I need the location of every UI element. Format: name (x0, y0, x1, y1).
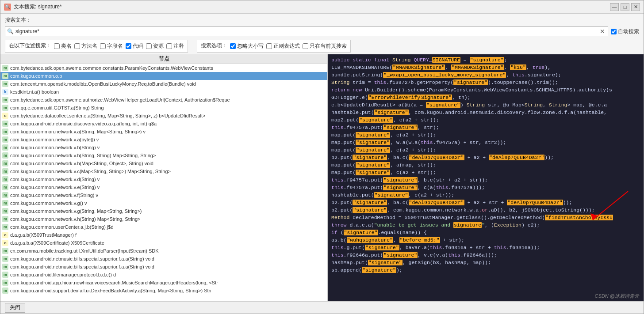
cb-field-label[interactable]: 字段名 (100, 42, 123, 50)
list-item[interactable]: m com.kugou.common.network.v.g(String, M… (0, 207, 327, 215)
search-input-wrap: 🔍 ✕ (5, 26, 608, 36)
cb-currentpage[interactable] (303, 43, 308, 49)
code-line: map.put("signature", c(a2 + str)); (328, 131, 644, 139)
item-icon: m (2, 176, 8, 182)
list-item[interactable]: m com.kugou.common.o.b (0, 72, 327, 80)
item-icon: m (2, 208, 8, 214)
list-item[interactable]: m com.bytedance.sdk.open.aweme.common.co… (0, 64, 327, 72)
item-text: com.kugou.common.network.v.a(byte[]) v (10, 137, 326, 142)
code-line: this.f94757a.put("signature", b.c(str + … (328, 176, 644, 184)
cb-resource[interactable] (146, 43, 152, 49)
search-input[interactable] (15, 28, 599, 34)
left-panel: 节点 m com.bytedance.sdk.open.aweme.common… (0, 54, 328, 301)
auto-search-checkbox[interactable] (611, 29, 617, 34)
list-item[interactable]: m com.kugou.common.network.v.a(byte[]) v (0, 136, 327, 144)
cb-field[interactable] (100, 43, 106, 49)
list-item[interactable]: k kcsdkint.ni.a() boolean (0, 88, 327, 96)
search-clear-button[interactable]: ✕ (599, 28, 606, 35)
item-icon: m (2, 144, 8, 151)
code-line: this.f94757a.put("signature", str); (328, 124, 644, 131)
list-item[interactable]: m com.kugou.android.filemanager.protocol… (0, 271, 327, 279)
cb-method-label[interactable]: 方法名 (74, 42, 97, 50)
list-item[interactable]: m com.tencent.mm.opensdk.modelbiz.OpenBu… (0, 80, 327, 88)
list-item[interactable]: m com.kugou.common.network.v.c(Map<Strin… (0, 167, 327, 175)
cb-method[interactable] (74, 43, 80, 49)
cb-code[interactable] (126, 43, 131, 49)
item-icon: m (2, 200, 8, 206)
window-title: 文本搜索: signature* (14, 3, 62, 11)
list-item[interactable]: c d.a.g.a.b(X509TrustManager) f (0, 231, 327, 239)
list-item[interactable]: m com.bytedance.sdk.open.aweme.authorize… (0, 96, 327, 104)
list-item[interactable]: m com.kugou.common.network.v.d(String) v (0, 175, 327, 183)
item-icon: k (2, 89, 8, 95)
right-panel: public static final String QUERY_SIGNATU… (328, 54, 644, 301)
search-in-label: 在以下位置搜索： (9, 42, 51, 49)
list-item[interactable]: m com.kugou.common.network.v.b(String, S… (0, 151, 327, 159)
cb-class[interactable] (54, 43, 60, 49)
item-text: com.kugou.android.netmusic.discovery.vid… (10, 121, 326, 126)
item-text: com.kugou.common.network.v.d(String) v (10, 177, 326, 182)
item-text: com.tencent.mm.opensdk.modelbiz.OpenBusi… (10, 81, 326, 87)
auto-search-label[interactable]: 自动搜索 (611, 28, 639, 35)
cb-currentpage-label[interactable]: 只在当前页搜索 (303, 42, 347, 50)
item-icon: m (2, 160, 8, 166)
list-item[interactable]: c com.bytedance.datacollect.senter.e.a(S… (0, 112, 327, 120)
list-item[interactable]: m com.kugou.common.network.v.g() v (0, 199, 327, 207)
cb-resource-label[interactable]: 资源 (146, 42, 164, 50)
code-line: map.put("signature", w.a(w.a(this.f94757… (328, 139, 644, 146)
minimize-button[interactable]: — (610, 3, 619, 11)
item-icon: m (2, 216, 8, 222)
list-item[interactable]: m com.kugou.android.netmusic.bills.speci… (0, 255, 327, 263)
item-text: com.kugou.common.network.v.b(String, Str… (10, 153, 326, 158)
cb-ignorecase-label[interactable]: 忽略大小写 (230, 42, 264, 50)
results-list[interactable]: m com.bytedance.sdk.open.aweme.common.co… (0, 64, 327, 301)
maximize-button[interactable]: □ (621, 3, 629, 11)
title-bar-left: 🔍 文本搜索: signature* (4, 3, 62, 11)
item-text: com.qq.e.comm.util.GDTST.a(String) Strin… (10, 105, 326, 110)
code-area[interactable]: public static final String QUERY_SIGNATU… (328, 54, 644, 301)
cb-code-label[interactable]: 代码 (126, 42, 143, 50)
list-item[interactable]: m com.kugou.common.userCenter.a.j.b(Stri… (0, 223, 327, 231)
cb-regex[interactable] (266, 43, 272, 49)
search-in-section: 在以下位置搜索： 类名 方法名 字段名 代码 资源 注释 (5, 40, 188, 53)
close-button[interactable]: ✕ (631, 3, 640, 11)
list-item[interactable]: m com.kugou.common.network.v.f(String) v (0, 191, 327, 199)
code-line: throw d.a.c.a("unable to get issues and … (328, 221, 644, 229)
list-item[interactable]: m com.kugou.common.network.v.b(Map<Strin… (0, 159, 327, 167)
code-line: if ("signature".equals(name)) { (328, 229, 644, 236)
list-item[interactable]: m com.kugou.common.network.v.h(String) M… (0, 215, 327, 223)
code-line: b2.put("signature", com.kugou.common.net… (328, 206, 644, 214)
list-item[interactable]: m com.kugou.android.app.hicar.newhicar.v… (0, 279, 327, 287)
cb-ignorecase[interactable] (230, 43, 236, 49)
code-line: String trim = this.f139727b.getProperty(… (328, 79, 644, 86)
app-icon: 🔍 (4, 4, 11, 11)
cb-regex-label[interactable]: 正则表达式 (266, 42, 300, 50)
close-button[interactable]: 关闭 (5, 303, 25, 313)
code-line: this.f92646a.put("signature", v.c(v.a(th… (328, 251, 644, 259)
item-text: com.kugou.common.network.v.e(String) v (10, 185, 326, 190)
list-item[interactable]: m com.kugou.android.netmusic.bills.speci… (0, 263, 327, 271)
code-line: hashtable.put("signature", com.kugou.and… (328, 109, 644, 116)
code-line: c.b<UpdateDfidResult> a(@i(a = "signatur… (328, 101, 644, 109)
cb-comment[interactable] (166, 43, 172, 49)
cb-class-label[interactable]: 类名 (54, 42, 72, 50)
list-item[interactable]: m com.kugou.common.network.v.a(String, M… (0, 128, 327, 136)
item-text: com.kugou.common.network.v.b(Map<String,… (10, 161, 326, 166)
list-item[interactable]: m com.kugou.common.network.v.e(String) v (0, 183, 327, 191)
list-item[interactable]: m com.kugou.android.support.dexfail.ui.D… (0, 287, 327, 295)
list-item[interactable]: m com.kugou.android.netmusic.discovery.v… (0, 120, 327, 128)
list-item[interactable]: c d.a.g.a.b.a(X509Certificate) X509Certi… (0, 239, 327, 247)
list-item[interactable]: m com.kugou.common.network.v.b(String) v (0, 144, 327, 151)
code-line: b2.put("signature", ba.c("deAl9p7QuuB4Da… (328, 199, 644, 206)
code-line: as.b("wuhqsignature", "before md5:" + st… (328, 236, 644, 244)
item-icon: m (2, 192, 8, 198)
item-text: com.kugou.common.userCenter.a.j.b(String… (10, 224, 326, 230)
list-item[interactable]: m com.qq.e.comm.util.GDTST.a(String) Str… (0, 104, 327, 112)
item-icon: m (2, 168, 8, 174)
code-line: this.g.put("signature", baVar.a(this.f69… (328, 244, 644, 251)
item-icon: m (2, 136, 8, 143)
cb-comment-label[interactable]: 注释 (166, 42, 184, 50)
item-text: com.kugou.common.network.v.a(String, Map… (10, 129, 326, 134)
list-item[interactable]: m cn.com.mma.mobile.tracking.util.XmlUti… (0, 247, 327, 255)
search-label: 搜索文本： (5, 16, 31, 24)
